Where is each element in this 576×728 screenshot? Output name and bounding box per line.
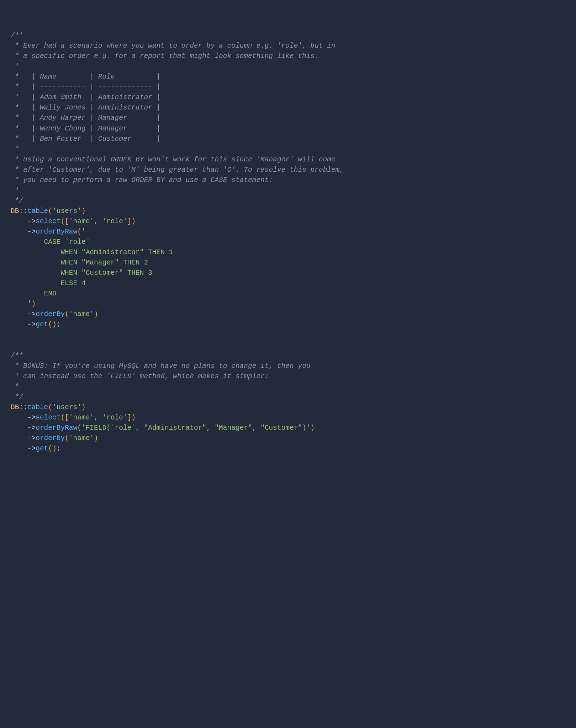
operator-arrow: -> [27,445,36,453]
string-quote-open: ' [81,228,86,236]
string-role: 'role' [102,414,127,422]
string-name: 'name' [69,218,94,225]
string-name: 'name' [69,434,94,442]
raw-sql-line: WHEN "Manager" THEN 2 [11,259,148,267]
comment-line: * after 'Customer', due to 'M' being gre… [11,166,344,174]
comment-line: * a specific order e.g. for a report tha… [11,52,319,60]
bracket-open: [ [65,218,69,225]
paren-close: ) [52,321,57,328]
string-name: 'name' [69,310,94,318]
method-get: get [36,321,48,328]
comment-line: * [11,145,19,153]
comment-line: * | Ben Foster | Customer | [11,135,160,143]
paren-close: ) [94,310,98,318]
paren-close: ) [131,414,136,422]
comment-line: * | Name | Role | [11,73,160,81]
comment-line: * | Andy Harper | Manager | [11,114,160,122]
comment-line: * | Wendy Chong | Manager | [11,125,160,133]
paren-open: ( [48,403,52,411]
paren-open: ( [60,218,65,225]
operator-arrow: -> [27,310,36,318]
comment-line: */ [11,197,23,205]
comment-line: * [11,63,19,70]
paren-close: ) [94,434,98,442]
raw-sql-line: ELSE 4 [11,279,86,287]
bracket-open: [ [65,414,69,422]
string-field-raw: 'FIELD(`role`, "Administrator", "Manager… [81,424,311,432]
code-block: /** * Ever had a scenario where you want… [11,31,565,454]
comma: , [94,414,102,422]
class-db: DB [11,403,19,411]
paren-open: ( [65,434,69,442]
operator-arrow: -> [27,218,36,225]
operator-scope: :: [19,207,27,215]
comment-line: * [11,383,19,391]
bracket-close: ] [127,414,132,422]
raw-sql-line: ' [11,300,32,308]
string-role: 'role' [102,218,127,225]
bracket-close: ] [127,218,132,225]
comma: , [94,218,102,225]
operator-arrow: -> [27,434,36,442]
comment-line: /** [11,32,23,39]
paren-open: ( [65,310,69,318]
paren-open: ( [60,414,65,422]
paren-close: ) [81,207,86,215]
semicolon: ; [57,445,61,453]
comment-line: * | Wally Jones | Administrator | [11,104,160,112]
string-name: 'name' [69,414,94,422]
method-orderbyraw: orderByRaw [36,228,77,236]
comment-line: /** [11,352,23,360]
paren-close: ) [311,424,315,432]
paren-open: ( [48,445,52,453]
method-table: table [27,207,48,215]
raw-sql-line: CASE `role` [11,238,90,246]
comment-line: * Ever had a scenario where you want to … [11,42,335,50]
operator-arrow: -> [27,414,36,422]
paren-close: ) [131,218,136,225]
method-select: select [36,414,60,422]
method-orderbyraw: orderByRaw [36,424,77,432]
string-users: 'users' [52,207,81,215]
method-get: get [36,445,48,453]
method-orderby: orderBy [36,310,65,318]
paren-open: ( [48,321,52,328]
operator-arrow: -> [27,228,36,236]
comment-line: * can instead use the 'FIELD' method, wh… [11,373,269,380]
method-select: select [36,218,60,225]
comment-line: */ [11,393,23,401]
paren-close: ) [32,300,36,308]
method-orderby: orderBy [36,434,65,442]
comment-line: * you need to perform a raw ORDER BY and… [11,176,273,184]
comment-line: * | Adam Smith | Administrator | [11,93,160,101]
method-table: table [27,403,48,411]
class-db: DB [11,207,19,215]
raw-sql-line: WHEN "Administrator" THEN 1 [11,248,173,256]
paren-open: ( [77,228,81,236]
paren-open: ( [77,424,81,432]
comment-line: * | ----------- | ------------- | [11,83,160,91]
raw-sql-line: END [11,290,57,298]
paren-open: ( [48,207,52,215]
paren-close: ) [52,445,57,453]
operator-arrow: -> [27,424,36,432]
comment-line: * Using a conventional ORDER BY won't wo… [11,156,335,164]
operator-arrow: -> [27,321,36,328]
string-users: 'users' [52,403,81,411]
paren-close: ) [81,403,86,411]
operator-scope: :: [19,403,27,411]
comment-line: * [11,187,19,194]
comment-line: * BONUS: If you're using MySQL and have … [11,362,311,370]
semicolon: ; [57,321,61,328]
raw-sql-line: WHEN "Customer" THEN 3 [11,269,152,277]
